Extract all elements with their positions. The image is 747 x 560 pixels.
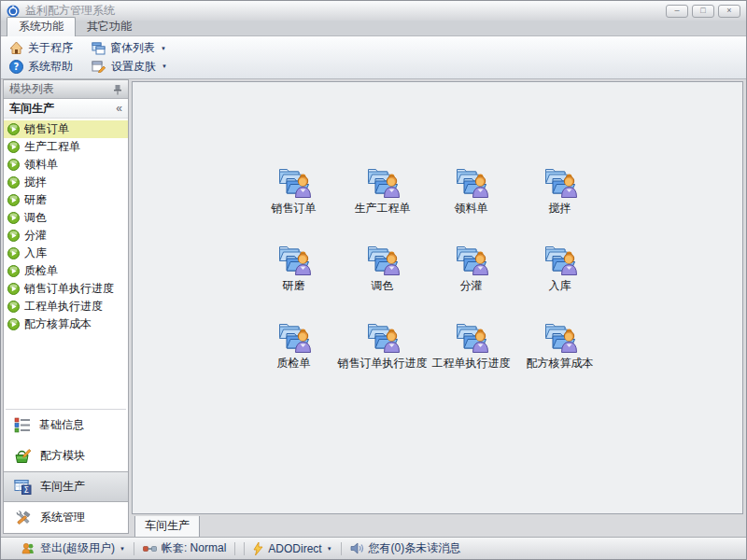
grid-item[interactable]: 入库 <box>515 238 604 295</box>
dropdown-caret-icon: ▼ <box>327 546 332 552</box>
app-icon[interactable] <box>7 5 20 18</box>
folder-user-icon <box>542 238 579 275</box>
icon-grid: 销售订单 <box>249 161 604 372</box>
module-button[interactable]: 基础信息 <box>4 410 128 441</box>
sidebar-item[interactable]: 研磨 <box>4 191 128 209</box>
sidebar-item[interactable]: 质检单 <box>4 262 128 280</box>
status-separator <box>234 542 235 555</box>
sidebar-spacer <box>4 333 128 409</box>
home-icon <box>9 41 23 55</box>
grid-item-label: 销售订单执行进度 <box>338 356 428 371</box>
grid-item[interactable]: 分灌 <box>427 238 515 295</box>
grid-item-label: 生产工程单 <box>355 201 411 217</box>
green-arrow-icon <box>7 318 20 330</box>
pin-icon[interactable] <box>113 84 122 95</box>
grid-item[interactable]: 销售订单 <box>249 161 338 217</box>
users-icon <box>21 542 35 554</box>
sidebar-item-label: 销售订单 <box>24 121 69 137</box>
basket-icon <box>14 448 32 464</box>
sidebar-item-label: 工程单执行进度 <box>24 299 103 315</box>
speaker-icon <box>350 542 364 554</box>
sidebar-item[interactable]: 分灌 <box>4 227 128 245</box>
sidebar-item[interactable]: 工程单执行进度 <box>4 298 128 315</box>
collapse-icon[interactable]: « <box>116 102 122 115</box>
grid-item-label: 搅拌 <box>549 201 571 217</box>
folder-user-icon <box>453 161 490 198</box>
grid-item[interactable]: 研磨 <box>249 238 338 295</box>
folder-user-icon <box>364 161 402 198</box>
toolbar-button[interactable]: 关于程序 ▼ <box>7 39 76 57</box>
folder-user-icon <box>275 161 313 198</box>
grid-item[interactable]: 领料单 <box>427 161 515 217</box>
grid-item[interactable]: 工程单执行进度 <box>427 315 515 372</box>
green-arrow-icon <box>7 141 20 153</box>
folder-user-icon <box>275 238 313 275</box>
sidebar-item[interactable]: 配方核算成本 <box>4 315 128 333</box>
green-arrow-icon <box>7 230 20 242</box>
minimize-button[interactable]: – <box>666 5 688 18</box>
messages-status[interactable]: 您有(0)条未读消息 <box>350 540 461 556</box>
grid-item[interactable]: 销售订单执行进度 <box>338 315 427 372</box>
green-arrow-icon <box>7 176 20 189</box>
connection-button[interactable]: ADODirect ▼ <box>253 542 331 555</box>
status-separator <box>134 542 134 555</box>
sidebar-item[interactable]: 入库 <box>4 245 128 262</box>
ribbon-tab[interactable]: 其它功能 <box>76 18 143 36</box>
app-window: 益利配方管理系统 – □ × 系统功能 其它功能 关于程序 ▼ <box>0 0 747 560</box>
sidebar-item-label: 销售订单执行进度 <box>24 281 114 297</box>
bottom-tab[interactable]: 车间生产 <box>134 516 200 538</box>
toolbar-row-1: 关于程序 ▼ 窗体列表 ▼ <box>7 39 740 58</box>
sidebar-modules: 基础信息 配方模块 Σ 车间生产 系统管理 <box>4 410 128 533</box>
sidebar-item[interactable]: 销售订单执行进度 <box>4 280 128 298</box>
close-button[interactable]: × <box>718 5 740 18</box>
green-arrow-icon <box>7 301 20 313</box>
module-button[interactable]: Σ 车间生产 <box>4 471 128 502</box>
grid-item[interactable]: 生产工程单 <box>338 161 427 217</box>
window-controls: – □ × <box>666 5 740 18</box>
bottom-tabstrip: 车间生产 <box>132 516 743 536</box>
ribbon-tabs: 系统功能 其它功能 <box>1 21 746 36</box>
grid-item[interactable]: 搅拌 <box>515 161 604 217</box>
folder-user-icon <box>364 315 402 353</box>
toolbar-row-2: ? 系统帮助 ▼ 设置皮肤 ▼ <box>7 58 740 77</box>
folder-user-icon <box>453 238 490 275</box>
green-arrow-icon <box>7 265 20 277</box>
maximize-button[interactable]: □ <box>692 5 714 18</box>
module-label: 系统管理 <box>40 510 85 525</box>
module-label: 配方模块 <box>40 448 85 464</box>
toolbar-button[interactable]: ? 系统帮助 ▼ <box>7 58 76 76</box>
sidebar-item[interactable]: 搅拌 <box>4 174 128 191</box>
green-arrow-icon <box>7 159 20 171</box>
dropdown-caret-icon: ▼ <box>120 546 125 552</box>
green-arrow-icon <box>7 283 20 295</box>
green-arrow-icon <box>7 123 20 135</box>
module-button[interactable]: 配方模块 <box>4 441 128 471</box>
svg-text:?: ? <box>14 62 20 72</box>
sidebar-item-label: 研磨 <box>24 192 47 208</box>
sidebar-item-label: 领料单 <box>24 157 58 173</box>
sidebar-item-label: 配方核算成本 <box>24 316 92 332</box>
folder-user-icon <box>453 315 490 353</box>
grid-item[interactable]: 调色 <box>338 238 427 295</box>
green-arrow-icon <box>7 194 20 206</box>
grid-item[interactable]: 配方核算成本 <box>515 315 604 372</box>
sidebar-item[interactable]: 领料单 <box>4 156 128 174</box>
sidebar: 模块列表 车间生产 « 销售订单 <box>3 79 129 534</box>
sidebar-item[interactable]: 销售订单 <box>4 120 128 138</box>
table-sigma-icon: Σ <box>14 479 32 495</box>
grid-item[interactable]: 质检单 <box>249 315 338 372</box>
toolbar-button[interactable]: 窗体列表 ▼ <box>89 39 169 57</box>
sidebar-group-title: 车间生产 <box>9 101 54 117</box>
grid-item-label: 销售订单 <box>272 201 317 217</box>
grid-item-label: 配方核算成本 <box>527 356 594 371</box>
module-button[interactable]: 系统管理 <box>4 502 128 533</box>
ribbon-tab[interactable]: 系统功能 <box>7 17 76 36</box>
svg-text:Σ: Σ <box>24 485 29 495</box>
logout-button[interactable]: 登出(超级用户) ▼ <box>21 540 125 556</box>
sidebar-item[interactable]: 生产工程单 <box>4 138 128 156</box>
sidebar-item-label: 调色 <box>24 210 47 226</box>
toolbar-button[interactable]: 设置皮肤 ▼ <box>89 58 170 76</box>
sidebar-item[interactable]: 调色 <box>4 209 128 227</box>
dropdown-caret-icon: ▼ <box>161 46 166 51</box>
sidebar-group-header: 车间生产 « <box>4 99 128 119</box>
